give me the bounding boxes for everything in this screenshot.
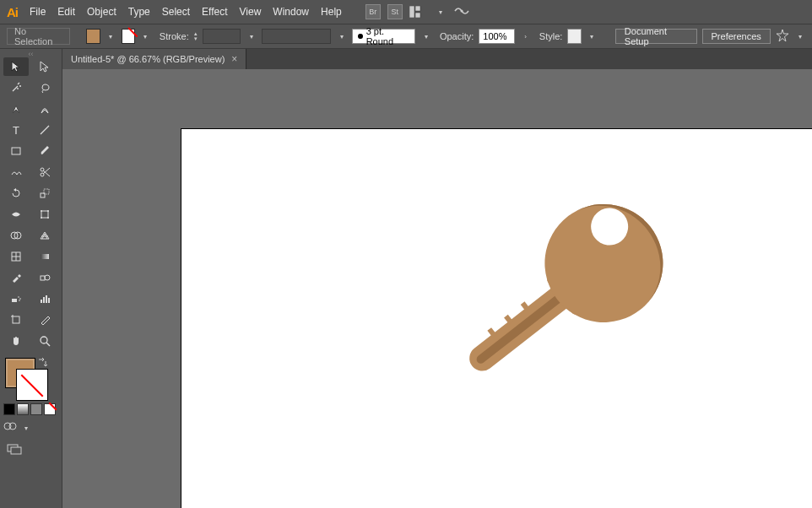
opacity-caret-icon[interactable]: ›: [520, 29, 531, 44]
svg-point-38: [9, 423, 16, 430]
opacity-label: Opacity:: [440, 31, 474, 41]
menu-edit[interactable]: Edit: [57, 6, 75, 18]
stroke-swatch-caret-icon[interactable]: ▾: [140, 29, 151, 44]
zoom-tool[interactable]: [32, 332, 57, 350]
scissors-tool[interactable]: [32, 163, 57, 181]
selection-tool[interactable]: [3, 57, 29, 76]
color-mode-gradient[interactable]: [17, 403, 29, 415]
type-tool[interactable]: T: [3, 121, 29, 139]
preferences-button[interactable]: Preferences: [702, 29, 771, 44]
scale-tool[interactable]: [32, 184, 57, 203]
fill-swatch-caret-icon[interactable]: ▾: [106, 29, 116, 44]
svg-point-27: [19, 300, 20, 301]
bridge-button[interactable]: Br: [365, 4, 381, 19]
align-caret-icon[interactable]: ▾: [794, 29, 805, 44]
fill-swatch[interactable]: [86, 29, 100, 44]
gpu-preview-icon[interactable]: [453, 4, 470, 19]
column-graph-tool[interactable]: [32, 289, 57, 308]
opacity-input[interactable]: 100%: [479, 29, 515, 44]
color-mode-solid[interactable]: [3, 403, 15, 415]
brush-caret-icon[interactable]: ▾: [420, 29, 431, 44]
stroke-swatch[interactable]: [122, 29, 136, 44]
paintbrush-tool[interactable]: [32, 142, 57, 160]
variable-width-profile[interactable]: [262, 29, 331, 44]
gradient-tool[interactable]: [32, 247, 57, 266]
svg-rect-22: [41, 276, 45, 280]
style-caret-icon[interactable]: ▾: [587, 29, 598, 44]
width-tool[interactable]: [3, 205, 29, 224]
svg-point-25: [18, 296, 19, 298]
svg-point-13: [47, 210, 49, 212]
shaper-tool[interactable]: [3, 163, 29, 181]
artboard: [181, 128, 812, 508]
menu-window[interactable]: Window: [273, 6, 309, 18]
arrange-caret-icon[interactable]: ▾: [435, 4, 447, 19]
vwp-caret-icon[interactable]: ▾: [336, 29, 347, 44]
svg-rect-0: [409, 6, 414, 18]
blend-tool[interactable]: [32, 268, 57, 287]
brush-dot-icon: [358, 34, 362, 39]
menubar-right: Br St ▾: [365, 4, 470, 19]
magic-wand-tool[interactable]: [3, 78, 29, 97]
close-tab-icon[interactable]: ×: [231, 53, 237, 65]
svg-rect-28: [41, 300, 42, 303]
color-mode-row: [3, 403, 58, 415]
color-mode-pattern[interactable]: [30, 403, 42, 415]
toolbox-stroke-swatch[interactable]: [17, 370, 47, 400]
menu-view[interactable]: View: [240, 6, 262, 18]
stroke-weight-caret-icon[interactable]: ▾: [246, 29, 257, 44]
menu-help[interactable]: Help: [321, 6, 342, 18]
document-area: Untitled-5* @ 66.67% (RGB/Preview) ×: [62, 49, 812, 508]
rectangle-tool[interactable]: [3, 142, 29, 160]
draw-mode-icon[interactable]: [3, 420, 17, 435]
direct-selection-tool[interactable]: [32, 57, 57, 76]
document-tab[interactable]: Untitled-5* @ 66.67% (RGB/Preview) ×: [62, 49, 246, 69]
shape-builder-tool[interactable]: [3, 226, 29, 245]
svg-point-23: [45, 275, 50, 280]
swap-fill-stroke-icon[interactable]: [37, 356, 49, 368]
app-logo: Ai: [7, 5, 18, 19]
align-to-icon[interactable]: [776, 29, 789, 44]
brush-definition[interactable]: 3 pt. Round: [352, 29, 415, 44]
svg-point-35: [41, 337, 47, 343]
screen-mode-button[interactable]: [3, 440, 25, 457]
lasso-tool[interactable]: [32, 78, 57, 97]
eyedropper-tool[interactable]: [3, 268, 29, 287]
fill-stroke-swatches[interactable]: [3, 356, 49, 402]
selection-indicator: No Selection: [7, 28, 70, 45]
stroke-weight-input[interactable]: [203, 29, 241, 44]
arrange-documents-button[interactable]: [409, 6, 428, 18]
menu-select[interactable]: Select: [162, 6, 190, 18]
rotate-tool[interactable]: [3, 184, 29, 203]
hand-tool[interactable]: [3, 332, 29, 350]
svg-rect-40: [11, 447, 21, 454]
artboard-tool[interactable]: [3, 311, 29, 329]
pen-tool[interactable]: [3, 100, 29, 118]
color-mode-none[interactable]: [44, 403, 56, 415]
menu-type[interactable]: Type: [128, 6, 150, 18]
curvature-tool[interactable]: [32, 100, 57, 118]
draw-mode-caret-icon[interactable]: ▾: [20, 420, 32, 435]
control-bar: No Selection ▾ ▾ Stroke: ▴▾ ▾ ▾ 3 pt. Ro…: [0, 24, 812, 49]
stroke-weight-stepper[interactable]: ▴▾: [194, 31, 198, 41]
document-setup-button[interactable]: Document Setup: [615, 29, 697, 44]
free-transform-tool[interactable]: [32, 205, 57, 224]
menu-effect[interactable]: Effect: [202, 6, 227, 18]
symbol-sprayer-tool[interactable]: [3, 289, 29, 308]
toolbox-handle-icon[interactable]: ‹‹: [3, 51, 58, 57]
menu-file[interactable]: File: [30, 6, 46, 18]
mesh-tool[interactable]: [3, 247, 29, 266]
line-tool[interactable]: [32, 121, 57, 139]
brush-definition-label: 3 pt. Round: [366, 26, 410, 46]
stock-button[interactable]: St: [387, 4, 403, 19]
perspective-grid-tool[interactable]: [32, 226, 57, 245]
main: ‹‹ T: [0, 49, 812, 508]
svg-point-15: [47, 217, 49, 219]
svg-line-36: [46, 343, 50, 346]
svg-text:T: T: [13, 124, 19, 136]
slice-tool[interactable]: [32, 311, 57, 329]
menu-object[interactable]: Object: [87, 6, 116, 18]
canvas[interactable]: [62, 69, 812, 508]
graphic-style-swatch[interactable]: [567, 29, 582, 44]
svg-line-5: [41, 126, 49, 134]
